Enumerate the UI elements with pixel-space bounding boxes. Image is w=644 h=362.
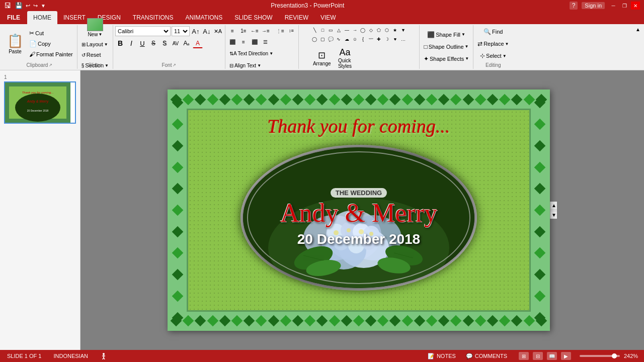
increase-font-size-button[interactable]: A↑ [191, 26, 201, 36]
align-text-button[interactable]: ⊟ Align Text ▼ [227, 60, 263, 70]
numbering-button[interactable]: 1≡ [238, 26, 249, 35]
sign-in-button[interactable]: Sign in [582, 2, 605, 9]
notes-button[interactable]: 📝 NOTES [425, 352, 459, 360]
zoom-level[interactable]: 242% [624, 353, 640, 359]
reset-button[interactable]: ↺ Reset [79, 50, 111, 60]
undo-icon[interactable]: ↩ [26, 3, 30, 9]
layout-button[interactable]: ⊞ Layout ▼ [79, 39, 111, 49]
language-button[interactable]: INDONESIAN [50, 352, 91, 359]
tab-animations[interactable]: ANIMATIONS [179, 11, 228, 24]
shape-smile-btn[interactable]: ☺ [351, 35, 359, 43]
char-spacing-button[interactable]: AV [171, 38, 181, 48]
slide[interactable]: Thank you for coming... [168, 89, 550, 331]
customize-icon[interactable]: ▼ [41, 3, 46, 9]
shape-circle-btn[interactable]: ◯ [359, 26, 367, 34]
help-button[interactable]: ? [570, 2, 578, 10]
shape-fill-button[interactable]: ⬛ Shape Fill ▼ [425, 30, 467, 40]
slide-thumbnail-1[interactable]: Andy & Merry 20 December 2018 Thank you … [4, 81, 76, 124]
slideshow-view-button[interactable]: ▶ [561, 352, 571, 360]
reading-view-button[interactable]: 📖 [547, 352, 557, 360]
col-button[interactable]: ⋮≡ [275, 26, 285, 35]
shape-arrow-btn[interactable]: → [351, 26, 359, 34]
bold-button[interactable]: B [115, 38, 125, 48]
shape-rect2-btn[interactable]: ▭ [327, 26, 335, 34]
quick-styles-button[interactable]: Aa QuickStyles [335, 45, 355, 70]
line-spacing-button[interactable]: ↕≡ [286, 26, 296, 35]
italic-button[interactable]: I [126, 38, 136, 48]
tab-home[interactable]: HOME [27, 11, 57, 24]
clear-formatting-button[interactable]: ✕A [213, 26, 223, 36]
right-scrollbar[interactable]: ▲ ▼ [550, 202, 557, 219]
arrange-button[interactable]: ⊡ Arrange [311, 45, 333, 70]
tab-slideshow[interactable]: SLIDE SHOW [228, 11, 278, 24]
shape-wave-btn[interactable]: 〰 [367, 35, 375, 43]
shape-rect-btn[interactable]: □ [319, 26, 327, 34]
save-icon[interactable]: 💾 [15, 2, 23, 9]
ribbon-collapse-button[interactable]: ▲ [634, 25, 642, 33]
scroll-down-button[interactable]: ▼ [550, 211, 557, 219]
scroll-up-button[interactable]: ▲ [550, 202, 557, 210]
align-right-button[interactable]: ⬛ [250, 37, 260, 46]
shape-line-btn[interactable]: ╲ [311, 26, 318, 34]
restore-button[interactable]: ❐ [620, 2, 629, 10]
find-button[interactable]: 🔍 Find [481, 27, 505, 37]
strikethrough-button[interactable]: S [148, 38, 158, 48]
names-text[interactable]: Andy & Merry [280, 200, 437, 226]
align-left-button[interactable]: ⬛ [227, 37, 237, 46]
format-painter-button[interactable]: 🖌 Format Painter [27, 49, 75, 59]
shape-line2-btn[interactable]: — [343, 26, 351, 34]
shape-cross-btn[interactable]: ✚ [375, 35, 383, 43]
bullets-button[interactable]: ≡ [227, 26, 237, 35]
shape-curved-btn[interactable]: ∿ [335, 35, 343, 43]
decrease-font-size-button[interactable]: A↓ [202, 26, 212, 36]
shape-rounded-btn[interactable]: ▢ [319, 35, 327, 43]
font-size-btn2[interactable]: Aₐ [182, 38, 192, 48]
normal-view-button[interactable]: ⊞ [519, 352, 529, 360]
center-button[interactable]: ≡ [238, 37, 249, 46]
shape-heart-btn[interactable]: ♥ [391, 35, 399, 43]
shape-effects-button[interactable]: ✦ Shape Effects ▼ [422, 54, 471, 64]
shape-hex-btn[interactable]: ⬡ [383, 26, 391, 34]
decrease-indent-button[interactable]: ←≡ [250, 26, 260, 35]
tab-review[interactable]: REVIEW [279, 11, 314, 24]
text-shadow-button[interactable]: S [159, 38, 170, 48]
tab-view[interactable]: VIEW [314, 11, 342, 24]
tab-file[interactable]: FILE [0, 11, 27, 24]
shape-star-btn[interactable]: ★ [391, 26, 399, 34]
new-slide-button[interactable]: New▼ [86, 17, 104, 38]
thank-you-text[interactable]: Thank you for coming... [188, 115, 529, 137]
shape-extra-btn[interactable]: … [399, 35, 407, 43]
shape-moon-btn[interactable]: ☽ [383, 35, 391, 43]
select-button[interactable]: ⊹ Select ▼ [478, 51, 509, 61]
shape-tri-btn[interactable]: △ [335, 26, 343, 34]
slide-sorter-button[interactable]: ⊟ [533, 352, 543, 360]
shape-brace-btn[interactable]: { [359, 35, 367, 43]
minimize-button[interactable]: ─ [609, 2, 618, 10]
underline-button[interactable]: U [137, 38, 147, 48]
shape-oval-btn[interactable]: ◯ [311, 35, 318, 43]
font-size-select[interactable]: 11 [172, 26, 190, 36]
date-text[interactable]: 20 December 2018 [297, 231, 420, 247]
replace-button[interactable]: ⇄ Replace ▼ [475, 39, 511, 49]
text-direction-button[interactable]: ⇅A Text Direction ▼ [227, 48, 275, 58]
window-controls[interactable]: ─ ❐ ✕ [609, 2, 640, 10]
copy-button[interactable]: 📄 Copy [27, 39, 75, 49]
clipboard-expand-icon[interactable]: ↗ [49, 63, 52, 67]
accessibility-button[interactable] [97, 352, 110, 360]
font-family-select[interactable]: Calibri [115, 26, 171, 36]
shape-pentagon-btn[interactable]: ⬠ [375, 26, 383, 34]
zoom-slider[interactable] [580, 355, 620, 357]
font-color-button[interactable]: A [193, 38, 203, 48]
close-button[interactable]: ✕ [631, 2, 640, 10]
shape-diamond-btn[interactable]: ◇ [367, 26, 375, 34]
shape-more-btn[interactable]: ▼ [399, 26, 407, 34]
comments-button[interactable]: 💬 COMMENTS [463, 352, 510, 360]
redo-icon[interactable]: ↪ [33, 3, 38, 9]
paste-button[interactable]: 📋 Paste [4, 29, 26, 59]
increase-indent-button[interactable]: →≡ [261, 26, 271, 35]
shape-callout-btn[interactable]: 💬 [327, 35, 335, 43]
tab-transitions[interactable]: TRANSITIONS [127, 11, 180, 24]
cut-button[interactable]: ✂ Cut [27, 28, 75, 38]
shape-cloud-btn[interactable]: ☁ [343, 35, 351, 43]
shape-outline-button[interactable]: □ Shape Outline ▼ [422, 42, 471, 52]
